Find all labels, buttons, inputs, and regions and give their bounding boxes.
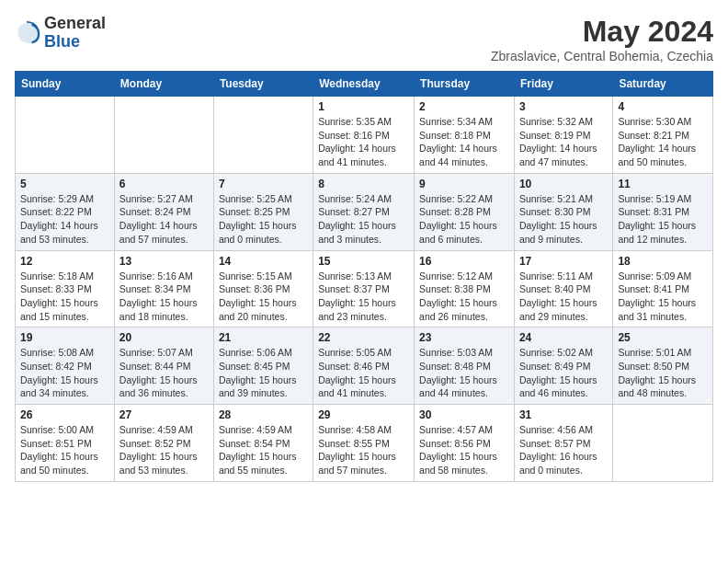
calendar-table: SundayMondayTuesdayWednesdayThursdayFrid…	[15, 71, 713, 482]
calendar-week-row: 5Sunrise: 5:29 AM Sunset: 8:22 PM Daylig…	[16, 173, 713, 250]
calendar-cell: 9Sunrise: 5:22 AM Sunset: 8:28 PM Daylig…	[415, 173, 515, 250]
calendar-cell: 3Sunrise: 5:32 AM Sunset: 8:19 PM Daylig…	[514, 97, 612, 174]
calendar-header-row: SundayMondayTuesdayWednesdayThursdayFrid…	[16, 72, 713, 97]
day-info: Sunrise: 5:00 AM Sunset: 8:51 PM Dayligh…	[20, 423, 109, 477]
day-info: Sunrise: 5:34 AM Sunset: 8:18 PM Dayligh…	[419, 115, 509, 169]
calendar-cell: 14Sunrise: 5:15 AM Sunset: 8:36 PM Dayli…	[213, 250, 313, 327]
day-info: Sunrise: 5:05 AM Sunset: 8:46 PM Dayligh…	[318, 346, 409, 400]
day-number: 5	[20, 178, 109, 190]
day-number: 18	[618, 255, 708, 268]
day-number: 27	[119, 408, 209, 421]
calendar-cell: 29Sunrise: 4:58 AM Sunset: 8:55 PM Dayli…	[313, 405, 415, 482]
calendar-week-row: 12Sunrise: 5:18 AM Sunset: 8:33 PM Dayli…	[16, 250, 713, 327]
day-info: Sunrise: 5:02 AM Sunset: 8:49 PM Dayligh…	[519, 346, 608, 400]
column-header-friday: Friday	[514, 72, 612, 97]
title-block: May 2024 Zbraslavice, Central Bohemia, C…	[491, 15, 713, 63]
day-number: 13	[119, 255, 209, 268]
calendar-week-row: 26Sunrise: 5:00 AM Sunset: 8:51 PM Dayli…	[16, 405, 713, 482]
day-info: Sunrise: 5:08 AM Sunset: 8:42 PM Dayligh…	[20, 346, 109, 400]
calendar-cell: 12Sunrise: 5:18 AM Sunset: 8:33 PM Dayli…	[16, 250, 115, 327]
calendar-cell	[16, 97, 115, 174]
calendar-cell: 21Sunrise: 5:06 AM Sunset: 8:45 PM Dayli…	[213, 327, 313, 405]
day-number: 2	[419, 100, 509, 113]
day-number: 20	[119, 331, 209, 344]
calendar-cell: 23Sunrise: 5:03 AM Sunset: 8:48 PM Dayli…	[415, 327, 515, 405]
calendar-cell: 28Sunrise: 4:59 AM Sunset: 8:54 PM Dayli…	[213, 405, 313, 482]
calendar-cell: 7Sunrise: 5:25 AM Sunset: 8:25 PM Daylig…	[213, 173, 313, 250]
day-number: 15	[318, 255, 409, 268]
day-info: Sunrise: 5:29 AM Sunset: 8:22 PM Dayligh…	[20, 192, 109, 247]
day-info: Sunrise: 5:24 AM Sunset: 8:27 PM Dayligh…	[318, 192, 409, 247]
day-info: Sunrise: 4:58 AM Sunset: 8:55 PM Dayligh…	[318, 423, 409, 477]
day-number: 28	[219, 408, 308, 421]
day-info: Sunrise: 5:27 AM Sunset: 8:24 PM Dayligh…	[119, 192, 209, 247]
calendar-cell: 2Sunrise: 5:34 AM Sunset: 8:18 PM Daylig…	[415, 97, 515, 174]
logo: General Blue	[15, 15, 106, 52]
calendar-cell	[613, 405, 713, 482]
day-number: 29	[318, 408, 409, 421]
day-number: 21	[219, 331, 308, 344]
day-number: 3	[519, 100, 608, 113]
calendar-cell: 27Sunrise: 4:59 AM Sunset: 8:52 PM Dayli…	[114, 405, 213, 482]
day-info: Sunrise: 5:35 AM Sunset: 8:16 PM Dayligh…	[318, 115, 409, 169]
calendar-cell	[213, 97, 313, 174]
calendar-cell: 6Sunrise: 5:27 AM Sunset: 8:24 PM Daylig…	[114, 173, 213, 250]
calendar-cell: 22Sunrise: 5:05 AM Sunset: 8:46 PM Dayli…	[313, 327, 415, 405]
day-number: 22	[318, 331, 409, 344]
calendar-cell	[114, 97, 213, 174]
calendar-cell: 11Sunrise: 5:19 AM Sunset: 8:31 PM Dayli…	[613, 173, 713, 250]
day-info: Sunrise: 5:01 AM Sunset: 8:50 PM Dayligh…	[618, 346, 708, 400]
day-info: Sunrise: 5:25 AM Sunset: 8:25 PM Dayligh…	[219, 192, 308, 247]
day-info: Sunrise: 5:06 AM Sunset: 8:45 PM Dayligh…	[219, 346, 308, 400]
day-info: Sunrise: 4:56 AM Sunset: 8:57 PM Dayligh…	[519, 423, 608, 477]
day-number: 30	[419, 408, 509, 421]
logo-icon	[15, 20, 40, 46]
day-info: Sunrise: 4:59 AM Sunset: 8:52 PM Dayligh…	[119, 423, 209, 477]
day-info: Sunrise: 5:11 AM Sunset: 8:40 PM Dayligh…	[519, 270, 608, 324]
day-number: 4	[618, 100, 708, 113]
day-info: Sunrise: 5:19 AM Sunset: 8:31 PM Dayligh…	[618, 192, 708, 247]
calendar-cell: 30Sunrise: 4:57 AM Sunset: 8:56 PM Dayli…	[415, 405, 515, 482]
day-info: Sunrise: 5:30 AM Sunset: 8:21 PM Dayligh…	[618, 115, 708, 169]
calendar-cell: 25Sunrise: 5:01 AM Sunset: 8:50 PM Dayli…	[613, 327, 713, 405]
day-info: Sunrise: 4:57 AM Sunset: 8:56 PM Dayligh…	[419, 423, 509, 477]
column-header-monday: Monday	[114, 72, 213, 97]
day-info: Sunrise: 5:16 AM Sunset: 8:34 PM Dayligh…	[119, 270, 209, 324]
calendar-cell: 16Sunrise: 5:12 AM Sunset: 8:38 PM Dayli…	[415, 250, 515, 327]
logo-text: General Blue	[44, 15, 106, 52]
day-number: 6	[119, 178, 209, 190]
page-header: General Blue May 2024 Zbraslavice, Centr…	[15, 15, 713, 63]
day-info: Sunrise: 5:21 AM Sunset: 8:30 PM Dayligh…	[519, 192, 608, 247]
calendar-cell: 8Sunrise: 5:24 AM Sunset: 8:27 PM Daylig…	[313, 173, 415, 250]
day-info: Sunrise: 5:22 AM Sunset: 8:28 PM Dayligh…	[419, 192, 509, 247]
day-number: 26	[20, 408, 109, 421]
calendar-cell: 10Sunrise: 5:21 AM Sunset: 8:30 PM Dayli…	[514, 173, 612, 250]
calendar-cell: 15Sunrise: 5:13 AM Sunset: 8:37 PM Dayli…	[313, 250, 415, 327]
day-number: 10	[519, 178, 608, 190]
day-info: Sunrise: 5:09 AM Sunset: 8:41 PM Dayligh…	[618, 270, 708, 324]
day-info: Sunrise: 5:32 AM Sunset: 8:19 PM Dayligh…	[519, 115, 608, 169]
calendar-cell: 13Sunrise: 5:16 AM Sunset: 8:34 PM Dayli…	[114, 250, 213, 327]
day-number: 19	[20, 331, 109, 344]
day-info: Sunrise: 5:07 AM Sunset: 8:44 PM Dayligh…	[119, 346, 209, 400]
calendar-cell: 5Sunrise: 5:29 AM Sunset: 8:22 PM Daylig…	[16, 173, 115, 250]
day-info: Sunrise: 5:13 AM Sunset: 8:37 PM Dayligh…	[318, 270, 409, 324]
day-number: 24	[519, 331, 608, 344]
day-info: Sunrise: 5:15 AM Sunset: 8:36 PM Dayligh…	[219, 270, 308, 324]
day-number: 9	[419, 178, 509, 190]
calendar-week-row: 1Sunrise: 5:35 AM Sunset: 8:16 PM Daylig…	[16, 97, 713, 174]
day-number: 25	[618, 331, 708, 344]
day-number: 23	[419, 331, 509, 344]
column-header-wednesday: Wednesday	[313, 72, 415, 97]
column-header-sunday: Sunday	[16, 72, 115, 97]
day-number: 14	[219, 255, 308, 268]
month-year-title: May 2024	[491, 15, 713, 49]
day-number: 8	[318, 178, 409, 190]
column-header-tuesday: Tuesday	[213, 72, 313, 97]
calendar-cell: 24Sunrise: 5:02 AM Sunset: 8:49 PM Dayli…	[514, 327, 612, 405]
calendar-week-row: 19Sunrise: 5:08 AM Sunset: 8:42 PM Dayli…	[16, 327, 713, 405]
calendar-cell: 4Sunrise: 5:30 AM Sunset: 8:21 PM Daylig…	[613, 97, 713, 174]
day-number: 17	[519, 255, 608, 268]
day-number: 16	[419, 255, 509, 268]
location-subtitle: Zbraslavice, Central Bohemia, Czechia	[491, 49, 713, 63]
